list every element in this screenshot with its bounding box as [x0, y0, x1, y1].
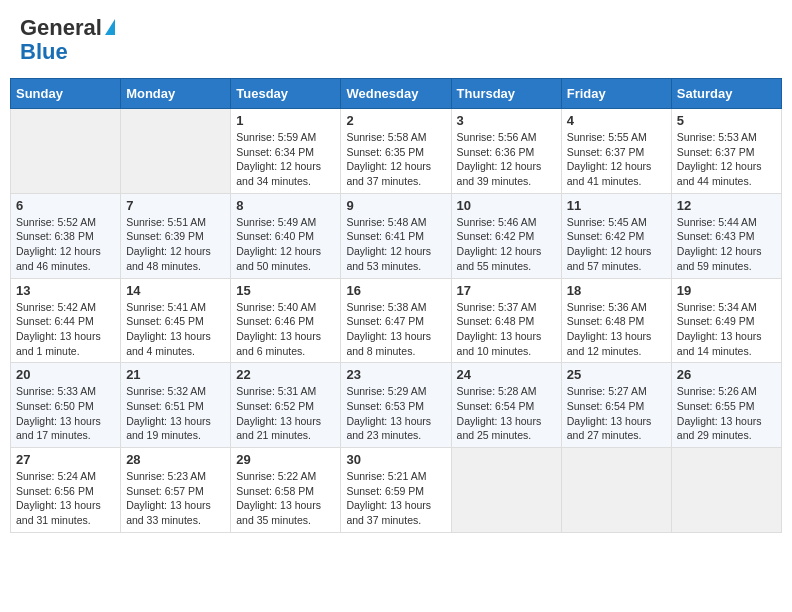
- day-info: Sunrise: 5:26 AMSunset: 6:55 PMDaylight:…: [677, 385, 762, 441]
- day-number: 12: [677, 198, 776, 213]
- day-info: Sunrise: 5:41 AMSunset: 6:45 PMDaylight:…: [126, 301, 211, 357]
- calendar-cell: 30Sunrise: 5:21 AMSunset: 6:59 PMDayligh…: [341, 448, 451, 533]
- day-info: Sunrise: 5:53 AMSunset: 6:37 PMDaylight:…: [677, 131, 762, 187]
- day-number: 1: [236, 113, 335, 128]
- day-header-wednesday: Wednesday: [341, 79, 451, 109]
- day-info: Sunrise: 5:56 AMSunset: 6:36 PMDaylight:…: [457, 131, 542, 187]
- day-number: 11: [567, 198, 666, 213]
- day-number: 22: [236, 367, 335, 382]
- day-info: Sunrise: 5:48 AMSunset: 6:41 PMDaylight:…: [346, 216, 431, 272]
- day-number: 20: [16, 367, 115, 382]
- calendar-cell: 24Sunrise: 5:28 AMSunset: 6:54 PMDayligh…: [451, 363, 561, 448]
- calendar-cell: 13Sunrise: 5:42 AMSunset: 6:44 PMDayligh…: [11, 278, 121, 363]
- day-number: 28: [126, 452, 225, 467]
- calendar-cell: 6Sunrise: 5:52 AMSunset: 6:38 PMDaylight…: [11, 193, 121, 278]
- day-info: Sunrise: 5:28 AMSunset: 6:54 PMDaylight:…: [457, 385, 542, 441]
- day-number: 5: [677, 113, 776, 128]
- day-info: Sunrise: 5:46 AMSunset: 6:42 PMDaylight:…: [457, 216, 542, 272]
- week-row-5: 27Sunrise: 5:24 AMSunset: 6:56 PMDayligh…: [11, 448, 782, 533]
- calendar-cell: 8Sunrise: 5:49 AMSunset: 6:40 PMDaylight…: [231, 193, 341, 278]
- day-header-sunday: Sunday: [11, 79, 121, 109]
- calendar-cell: 23Sunrise: 5:29 AMSunset: 6:53 PMDayligh…: [341, 363, 451, 448]
- day-number: 17: [457, 283, 556, 298]
- day-number: 3: [457, 113, 556, 128]
- day-number: 9: [346, 198, 445, 213]
- day-info: Sunrise: 5:42 AMSunset: 6:44 PMDaylight:…: [16, 301, 101, 357]
- day-number: 25: [567, 367, 666, 382]
- week-row-3: 13Sunrise: 5:42 AMSunset: 6:44 PMDayligh…: [11, 278, 782, 363]
- calendar-cell: [11, 109, 121, 194]
- calendar-cell: 26Sunrise: 5:26 AMSunset: 6:55 PMDayligh…: [671, 363, 781, 448]
- day-info: Sunrise: 5:33 AMSunset: 6:50 PMDaylight:…: [16, 385, 101, 441]
- day-info: Sunrise: 5:24 AMSunset: 6:56 PMDaylight:…: [16, 470, 101, 526]
- day-info: Sunrise: 5:40 AMSunset: 6:46 PMDaylight:…: [236, 301, 321, 357]
- day-info: Sunrise: 5:29 AMSunset: 6:53 PMDaylight:…: [346, 385, 431, 441]
- day-number: 29: [236, 452, 335, 467]
- day-number: 8: [236, 198, 335, 213]
- day-number: 14: [126, 283, 225, 298]
- day-number: 19: [677, 283, 776, 298]
- day-info: Sunrise: 5:55 AMSunset: 6:37 PMDaylight:…: [567, 131, 652, 187]
- day-number: 23: [346, 367, 445, 382]
- calendar-cell: 17Sunrise: 5:37 AMSunset: 6:48 PMDayligh…: [451, 278, 561, 363]
- day-info: Sunrise: 5:32 AMSunset: 6:51 PMDaylight:…: [126, 385, 211, 441]
- day-info: Sunrise: 5:22 AMSunset: 6:58 PMDaylight:…: [236, 470, 321, 526]
- day-number: 30: [346, 452, 445, 467]
- day-header-thursday: Thursday: [451, 79, 561, 109]
- day-number: 4: [567, 113, 666, 128]
- day-info: Sunrise: 5:38 AMSunset: 6:47 PMDaylight:…: [346, 301, 431, 357]
- day-number: 16: [346, 283, 445, 298]
- day-headers-row: SundayMondayTuesdayWednesdayThursdayFrid…: [11, 79, 782, 109]
- calendar-cell: 5Sunrise: 5:53 AMSunset: 6:37 PMDaylight…: [671, 109, 781, 194]
- calendar-cell: 11Sunrise: 5:45 AMSunset: 6:42 PMDayligh…: [561, 193, 671, 278]
- day-number: 21: [126, 367, 225, 382]
- calendar-cell: 25Sunrise: 5:27 AMSunset: 6:54 PMDayligh…: [561, 363, 671, 448]
- calendar-cell: 7Sunrise: 5:51 AMSunset: 6:39 PMDaylight…: [121, 193, 231, 278]
- day-number: 26: [677, 367, 776, 382]
- day-number: 18: [567, 283, 666, 298]
- page-header: General Blue: [10, 10, 782, 68]
- calendar-cell: 16Sunrise: 5:38 AMSunset: 6:47 PMDayligh…: [341, 278, 451, 363]
- calendar-cell: 19Sunrise: 5:34 AMSunset: 6:49 PMDayligh…: [671, 278, 781, 363]
- day-number: 24: [457, 367, 556, 382]
- day-info: Sunrise: 5:27 AMSunset: 6:54 PMDaylight:…: [567, 385, 652, 441]
- calendar-cell: 4Sunrise: 5:55 AMSunset: 6:37 PMDaylight…: [561, 109, 671, 194]
- day-header-tuesday: Tuesday: [231, 79, 341, 109]
- calendar-cell: 21Sunrise: 5:32 AMSunset: 6:51 PMDayligh…: [121, 363, 231, 448]
- day-number: 2: [346, 113, 445, 128]
- calendar-cell: [671, 448, 781, 533]
- logo-general: General: [20, 15, 102, 41]
- logo-triangle-icon: [105, 19, 115, 35]
- calendar-cell: 29Sunrise: 5:22 AMSunset: 6:58 PMDayligh…: [231, 448, 341, 533]
- logo: General Blue: [20, 15, 115, 63]
- day-header-monday: Monday: [121, 79, 231, 109]
- calendar-table: SundayMondayTuesdayWednesdayThursdayFrid…: [10, 78, 782, 533]
- calendar-cell: 2Sunrise: 5:58 AMSunset: 6:35 PMDaylight…: [341, 109, 451, 194]
- day-header-saturday: Saturday: [671, 79, 781, 109]
- day-number: 10: [457, 198, 556, 213]
- day-info: Sunrise: 5:49 AMSunset: 6:40 PMDaylight:…: [236, 216, 321, 272]
- week-row-4: 20Sunrise: 5:33 AMSunset: 6:50 PMDayligh…: [11, 363, 782, 448]
- day-number: 7: [126, 198, 225, 213]
- day-info: Sunrise: 5:34 AMSunset: 6:49 PMDaylight:…: [677, 301, 762, 357]
- calendar-cell: 18Sunrise: 5:36 AMSunset: 6:48 PMDayligh…: [561, 278, 671, 363]
- calendar-cell: 28Sunrise: 5:23 AMSunset: 6:57 PMDayligh…: [121, 448, 231, 533]
- logo-blue: Blue: [20, 41, 68, 63]
- day-info: Sunrise: 5:51 AMSunset: 6:39 PMDaylight:…: [126, 216, 211, 272]
- day-info: Sunrise: 5:23 AMSunset: 6:57 PMDaylight:…: [126, 470, 211, 526]
- calendar-cell: 14Sunrise: 5:41 AMSunset: 6:45 PMDayligh…: [121, 278, 231, 363]
- day-number: 15: [236, 283, 335, 298]
- day-header-friday: Friday: [561, 79, 671, 109]
- calendar-cell: 15Sunrise: 5:40 AMSunset: 6:46 PMDayligh…: [231, 278, 341, 363]
- week-row-1: 1Sunrise: 5:59 AMSunset: 6:34 PMDaylight…: [11, 109, 782, 194]
- day-info: Sunrise: 5:31 AMSunset: 6:52 PMDaylight:…: [236, 385, 321, 441]
- calendar-cell: 27Sunrise: 5:24 AMSunset: 6:56 PMDayligh…: [11, 448, 121, 533]
- calendar-cell: 1Sunrise: 5:59 AMSunset: 6:34 PMDaylight…: [231, 109, 341, 194]
- day-info: Sunrise: 5:36 AMSunset: 6:48 PMDaylight:…: [567, 301, 652, 357]
- day-info: Sunrise: 5:59 AMSunset: 6:34 PMDaylight:…: [236, 131, 321, 187]
- calendar-cell: 3Sunrise: 5:56 AMSunset: 6:36 PMDaylight…: [451, 109, 561, 194]
- day-info: Sunrise: 5:44 AMSunset: 6:43 PMDaylight:…: [677, 216, 762, 272]
- day-info: Sunrise: 5:45 AMSunset: 6:42 PMDaylight:…: [567, 216, 652, 272]
- calendar-cell: 9Sunrise: 5:48 AMSunset: 6:41 PMDaylight…: [341, 193, 451, 278]
- calendar-cell: [561, 448, 671, 533]
